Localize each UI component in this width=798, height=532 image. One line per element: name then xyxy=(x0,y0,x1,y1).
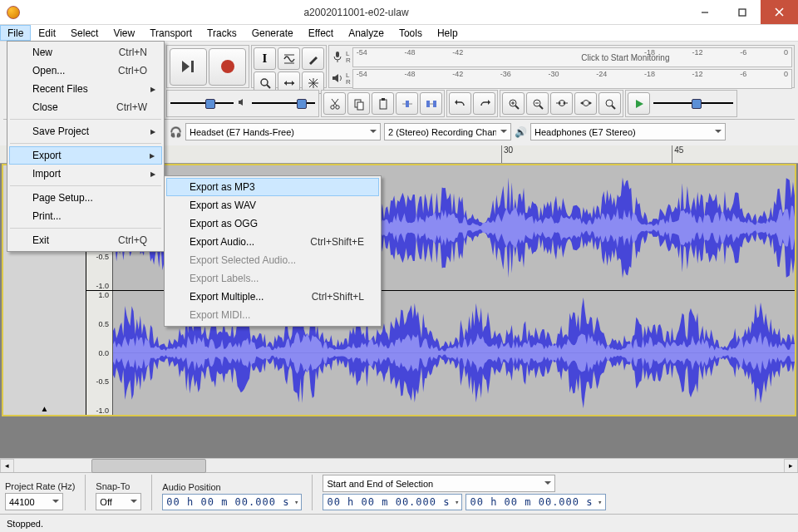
horizontal-scrollbar[interactable]: ◂ ▸ xyxy=(0,458,798,472)
meters-toolbar: LR -54-48-42-36-30-24-18-12-60 Click to … xyxy=(328,45,795,88)
svg-line-10 xyxy=(267,85,270,88)
menu-item-recent-files[interactable]: Recent Files xyxy=(9,80,162,98)
svg-rect-5 xyxy=(191,61,194,72)
svg-rect-18 xyxy=(336,52,339,57)
svg-rect-28 xyxy=(380,100,387,109)
draw-tool-button[interactable] xyxy=(302,47,324,70)
record-meter-placeholder: Click to Start Monitoring xyxy=(581,53,669,62)
skip-end-button[interactable] xyxy=(170,48,207,86)
selection-end-field[interactable]: 00 h 00 m 00.000 s xyxy=(466,494,605,510)
menu-item-new[interactable]: NewCtrl+N xyxy=(9,43,162,62)
svg-line-43 xyxy=(539,106,543,109)
menu-item-export-as-mp3[interactable]: Export as MP3 xyxy=(166,178,379,196)
mic-icon xyxy=(331,50,344,66)
app-icon xyxy=(7,6,20,19)
menu-item-export-multiple[interactable]: Export Multiple...Ctrl+Shift+L xyxy=(166,288,379,306)
scroll-right-button[interactable]: ▸ xyxy=(784,459,798,473)
project-rate-combo[interactable]: 44100 xyxy=(5,493,63,510)
svg-marker-36 xyxy=(455,100,457,105)
record-meter[interactable]: -54-48-42-36-30-24-18-12-60 Click to Sta… xyxy=(352,47,792,67)
menu-item-exit[interactable]: ExitCtrl+Q xyxy=(9,231,162,249)
menu-effect[interactable]: Effect xyxy=(301,25,341,41)
svg-point-38 xyxy=(510,100,516,106)
menu-select[interactable]: Select xyxy=(63,25,106,41)
audio-host-icon: 🎧 xyxy=(170,126,182,138)
menu-item-export[interactable]: Export xyxy=(9,146,162,165)
record-button[interactable] xyxy=(209,48,246,86)
cut-button[interactable] xyxy=(323,92,346,115)
menu-item-export-as-wav[interactable]: Export as WAV xyxy=(166,196,379,214)
svg-marker-51 xyxy=(580,101,583,105)
zoom-in-button[interactable] xyxy=(502,92,525,115)
audio-position-field[interactable]: 00 h 00 m 00.000 s xyxy=(162,494,302,510)
svg-point-23 xyxy=(335,105,338,108)
minimize-button[interactable] xyxy=(686,0,723,24)
edit-toolbar xyxy=(321,90,445,117)
menu-item-export-audio[interactable]: Export Audio...Ctrl+Shift+E xyxy=(166,233,379,251)
svg-rect-26 xyxy=(355,100,361,107)
menu-edit[interactable]: Edit xyxy=(31,25,63,41)
snap-to-combo[interactable]: Off xyxy=(96,493,141,510)
menu-view[interactable]: View xyxy=(106,25,142,41)
tools-toolbar: I xyxy=(251,45,327,88)
menu-item-open[interactable]: Open...Ctrl+O xyxy=(9,62,162,80)
menu-help[interactable]: Help xyxy=(430,25,466,41)
scroll-left-button[interactable]: ◂ xyxy=(0,459,14,473)
fit-project-button[interactable] xyxy=(574,92,597,115)
vertical-scale-right: 1.00.50.0-0.5-1.0 xyxy=(86,291,113,415)
svg-line-25 xyxy=(332,99,337,106)
svg-marker-12 xyxy=(284,81,287,86)
menu-item-print[interactable]: Print... xyxy=(9,207,162,225)
trim-button[interactable] xyxy=(396,92,418,115)
play-at-speed-button[interactable] xyxy=(628,92,650,115)
silence-button[interactable] xyxy=(420,92,442,115)
speaker-small-icon xyxy=(237,96,249,111)
copy-button[interactable] xyxy=(347,92,370,115)
menu-tracks[interactable]: Tracks xyxy=(200,25,244,41)
track-collapse-button[interactable]: ▲ xyxy=(7,404,82,413)
zoom-toggle-button[interactable] xyxy=(598,92,621,115)
fit-selection-button[interactable] xyxy=(550,92,573,115)
menu-item-save-project[interactable]: Save Project xyxy=(9,122,162,140)
maximize-button[interactable] xyxy=(723,0,761,24)
record-channels-combo[interactable]: 2 (Stereo) Recording Channels xyxy=(384,123,511,140)
menu-item-page-setup[interactable]: Page Setup... xyxy=(9,189,162,207)
transport-toolbar xyxy=(166,45,249,88)
close-button[interactable] xyxy=(761,0,798,24)
menu-item-export-as-ogg[interactable]: Export as OGG xyxy=(166,214,379,233)
selection-start-field[interactable]: 00 h 00 m 00.000 s xyxy=(323,494,462,510)
selection-tool-button[interactable]: I xyxy=(254,47,276,70)
zoom-toolbar xyxy=(500,90,623,117)
menu-file[interactable]: File xyxy=(0,25,31,41)
svg-line-54 xyxy=(612,106,615,109)
selection-mode-combo[interactable]: Start and End of Selection xyxy=(323,475,555,492)
menu-generate[interactable]: Generate xyxy=(244,25,301,41)
timeline-tick: 45 xyxy=(672,145,683,163)
svg-marker-49 xyxy=(563,101,565,105)
play-meter[interactable]: -54-48-42-36-30-24-18-12-60 xyxy=(352,69,792,89)
menu-item-close[interactable]: CloseCtrl+W xyxy=(9,98,162,116)
playback-device-icon: 🔊 xyxy=(515,126,527,138)
record-volume-slider[interactable] xyxy=(169,94,235,114)
svg-point-42 xyxy=(534,100,540,106)
menu-item-import[interactable]: Import xyxy=(9,165,162,183)
undo-button[interactable] xyxy=(449,92,471,115)
envelope-tool-button[interactable] xyxy=(278,47,300,70)
zoom-out-button[interactable] xyxy=(526,92,549,115)
svg-marker-13 xyxy=(292,81,294,86)
menu-transport[interactable]: Transport xyxy=(142,25,200,41)
playback-device-combo[interactable]: Headphones (E7 Stereo) xyxy=(530,123,726,140)
record-device-combo[interactable]: Headset (E7 Hands-Free) xyxy=(185,123,381,140)
svg-point-50 xyxy=(583,100,589,106)
menu-tools[interactable]: Tools xyxy=(392,25,430,41)
play-speed-slider[interactable] xyxy=(652,94,735,114)
meter-lr-label-play: LR xyxy=(346,72,351,86)
paste-button[interactable] xyxy=(372,92,394,115)
svg-rect-27 xyxy=(357,102,363,110)
menu-item-export-labels: Export Labels... xyxy=(166,269,379,288)
menu-analyze[interactable]: Analyze xyxy=(341,25,392,41)
redo-button[interactable] xyxy=(473,92,495,115)
status-bar: Stopped. xyxy=(0,514,798,532)
play-volume-slider[interactable] xyxy=(250,94,317,114)
undo-toolbar xyxy=(446,90,498,117)
